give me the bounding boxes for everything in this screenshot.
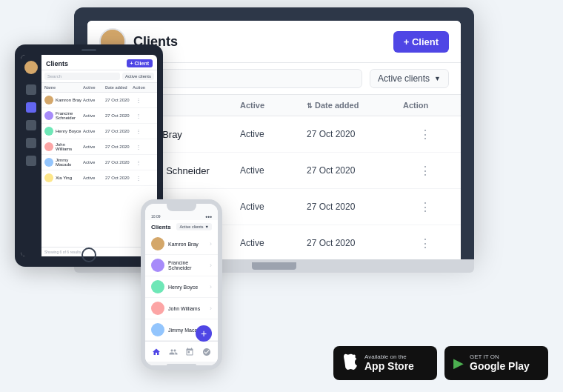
action-menu-icon[interactable]: ⋮: [133, 97, 144, 104]
tablet-search-input[interactable]: Search: [44, 73, 120, 80]
phone-notch: [167, 204, 196, 211]
filter-label: Active clients: [378, 73, 430, 84]
tablet-screen: Clients + Client Search Active clients N…: [21, 55, 157, 256]
googleplay-subtitle: GET IT ON: [470, 353, 530, 361]
tablet-showing-text: Showing 6 of 6 results: [41, 247, 157, 256]
phone-signal-icon: ●●●: [205, 214, 212, 219]
tablet-add-client-button[interactable]: + Client: [127, 59, 153, 67]
avatar: [44, 96, 53, 104]
action-menu-icon[interactable]: ›: [210, 262, 212, 269]
avatar: [44, 111, 53, 120]
appstore-badge[interactable]: Available on the App Store: [333, 346, 437, 380]
appstore-title: App Store: [364, 360, 414, 373]
googleplay-title: Google Play: [470, 360, 530, 373]
phone-fab-button[interactable]: +: [196, 325, 212, 342]
client-name: Kamron Bray: [168, 242, 199, 247]
googleplay-badge[interactable]: ▶ GET IT ON Google Play: [444, 346, 548, 380]
tablet-main: Clients + Client Search Active clients N…: [41, 55, 157, 256]
sidebar-icon-messages[interactable]: [26, 138, 36, 148]
action-menu-icon[interactable]: ⋮: [133, 159, 144, 166]
action-menu-icon[interactable]: ⋮: [403, 200, 447, 214]
sidebar-icon-calendar[interactable]: [26, 120, 36, 130]
tablet-home-button[interactable]: [81, 248, 96, 262]
add-client-button[interactable]: + Client: [393, 31, 449, 53]
client-name-cell: Francine Schneider: [44, 111, 81, 120]
list-item[interactable]: Henry Boyce ›: [145, 276, 218, 298]
client-name: John Williams: [168, 306, 200, 311]
table-row: John Williams Active 27 Oct 2020 ⋮: [41, 139, 157, 155]
action-menu-icon[interactable]: ⋮: [403, 164, 447, 178]
client-name-cell: John Williams: [44, 142, 81, 151]
googleplay-badge-text: GET IT ON Google Play: [470, 353, 530, 373]
phone-title: Clients: [151, 224, 171, 230]
table-row: Jimmy Macado Active 27 Oct 2020 ⋮: [41, 155, 157, 170]
avatar: [24, 61, 38, 74]
avatar: [151, 280, 164, 293]
phone-home-bar: [167, 364, 196, 366]
app-badges: Available on the App Store ▶ GET IT ON G…: [333, 346, 548, 380]
avatar: [44, 158, 53, 167]
phone-time: 10:09: [151, 214, 161, 219]
tablet-topbar: Clients + Client: [41, 55, 157, 70]
action-menu-icon[interactable]: ⋮: [133, 175, 144, 182]
table-row: Xia Ying Active 27 Oct 2020 ⋮: [41, 170, 157, 186]
avatar: [151, 259, 164, 272]
action-menu-icon[interactable]: ›: [210, 283, 212, 290]
tablet-btn-top: [81, 49, 96, 51]
chevron-down-icon: ▼: [434, 75, 441, 82]
avatar: [151, 237, 164, 250]
phone-bottom-nav: [145, 341, 218, 362]
action-menu-icon[interactable]: ⋮: [133, 144, 144, 150]
list-item[interactable]: Francine Schneider ›: [145, 255, 218, 276]
sidebar-icon-reports[interactable]: [26, 156, 36, 166]
nav-icon-clients[interactable]: [167, 346, 179, 358]
sidebar-icon-clients[interactable]: [26, 102, 36, 113]
phone-statusbar: 10:09 ●●●: [145, 213, 218, 220]
table-row: Kamron Bray Active 27 Oct 2020 ⋮: [41, 93, 157, 108]
avatar: [44, 173, 53, 182]
client-name-cell: Xia Ying: [44, 173, 81, 182]
client-name: Henry Boyce: [168, 285, 198, 290]
avatar: [151, 323, 164, 336]
action-menu-icon[interactable]: ›: [210, 240, 212, 248]
action-menu-icon[interactable]: ⋮: [133, 113, 144, 119]
action-menu-icon[interactable]: ›: [210, 305, 212, 312]
phone-header: Clients Active clients ▼: [145, 220, 218, 233]
nav-icon-settings[interactable]: [201, 346, 213, 358]
client-name-cell: Henry Boyce: [44, 127, 81, 136]
action-menu-icon[interactable]: ⋮: [403, 236, 447, 250]
appstore-subtitle: Available on the: [364, 353, 414, 361]
tablet-page-title: Clients: [46, 60, 68, 67]
sidebar-icon-home[interactable]: [26, 84, 36, 95]
list-item[interactable]: Kamron Bray ›: [145, 233, 218, 255]
table-row: Henry Boyce Active 27 Oct 2020 ⋮: [41, 124, 157, 139]
table-row: Francine Schneider Active 27 Oct 2020 ⋮: [41, 108, 157, 124]
phone-filter-btn[interactable]: Active clients ▼: [176, 223, 212, 230]
tablet-filter[interactable]: Active clients: [122, 73, 154, 80]
tablet-table-header: Name Active Date added Action: [41, 83, 157, 93]
list-item[interactable]: John Williams ›: [145, 298, 218, 319]
scene: Clients + Client 🔍 Search Active clients…: [0, 0, 563, 392]
col-header-action: Action: [403, 101, 447, 110]
client-name: Francine Schneider: [168, 260, 206, 270]
action-menu-icon[interactable]: ⋮: [403, 127, 447, 142]
apple-icon: [342, 353, 359, 373]
avatar: [44, 127, 53, 136]
client-name-cell: Kamron Bray: [44, 96, 81, 104]
appstore-badge-text: Available on the App Store: [364, 353, 414, 373]
phone-outer: 10:09 ●●● Clients Active clients ▼ Kamro…: [141, 199, 222, 370]
col-header-active: Active: [240, 101, 299, 110]
nav-icon-home[interactable]: [150, 346, 162, 358]
filter-dropdown[interactable]: Active clients ▼: [370, 69, 449, 88]
phone-device: 10:09 ●●● Clients Active clients ▼ Kamro…: [141, 199, 222, 370]
phone-screen: 10:09 ●●● Clients Active clients ▼ Kamro…: [145, 204, 218, 368]
phone-filter-label: Active clients: [179, 225, 203, 229]
action-menu-icon[interactable]: ⋮: [133, 128, 144, 135]
avatar: [151, 302, 164, 315]
laptop-notch: [252, 262, 296, 270]
nav-icon-calendar[interactable]: [184, 346, 196, 358]
avatar: [44, 142, 53, 151]
tablet-search-row: Search Active clients: [41, 70, 157, 83]
googleplay-icon: ▶: [453, 356, 464, 370]
phone-client-list: Kamron Bray › Francine Schneider › Henry…: [145, 233, 218, 341]
